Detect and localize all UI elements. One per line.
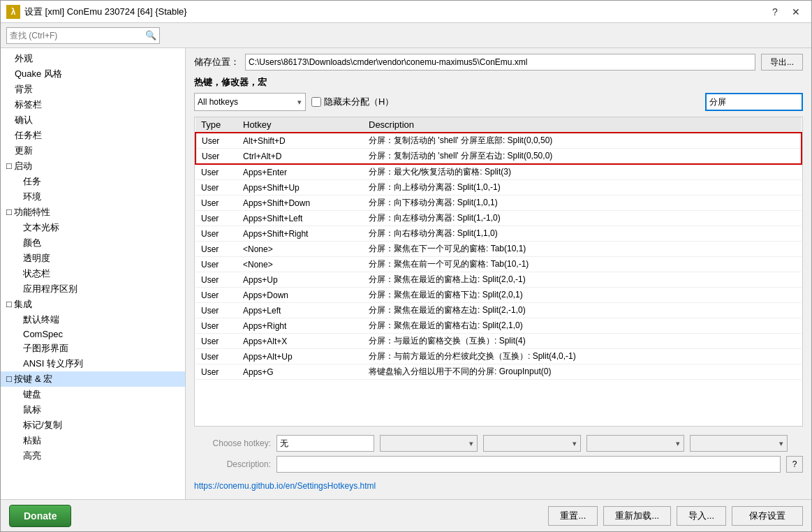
sidebar-item[interactable]: 高亮: [1, 448, 185, 464]
hotkeys-tbody: UserAlt+Shift+D分屏：复制活动的 'shell' 分屏至底部: S…: [195, 133, 802, 380]
storage-row: 储存位置： 导出...: [194, 54, 803, 71]
donate-button[interactable]: Donate: [9, 505, 71, 527]
choose-hotkey-row: Choose hotkey:: [194, 435, 803, 452]
right-panel: 储存位置： 导出... 热键，修改器，宏 All hotkeysUser hot…: [186, 48, 811, 499]
help-link[interactable]: https://conemu.github.io/en/SettingsHotk…: [194, 481, 803, 491]
hotkey-filter-wrapper: All hotkeysUser hotkeysSystem hotkeys: [194, 93, 306, 111]
sidebar-item[interactable]: ANSI 转义序列: [1, 356, 185, 371]
import-button[interactable]: 导入...: [677, 506, 726, 526]
modifier1-select[interactable]: [380, 435, 478, 452]
table-row[interactable]: UserApps+Down分屏：聚焦在最近的窗格下边: Split(2,0,1): [195, 288, 802, 303]
hotkeys-table: Type Hotkey Description UserAlt+Shift+D分…: [195, 117, 802, 380]
modifier1-wrapper: [380, 435, 478, 452]
table-row[interactable]: UserApps+Shift+Down分屏：向下移动分离器: Split(1,0…: [195, 195, 802, 211]
col-hotkey: Hotkey: [237, 117, 363, 133]
table-header-row: Type Hotkey Description: [195, 117, 802, 133]
main-window: λ 设置 [xml] ConEmu 230724 [64] {Stable} ?…: [0, 0, 812, 532]
window-title: 设置 [xml] ConEmu 230724 [64] {Stable}: [24, 6, 765, 18]
sidebar-item[interactable]: 透明度: [1, 251, 185, 266]
modifier4-select[interactable]: [690, 435, 788, 452]
sidebar-item[interactable]: 标签栏: [1, 97, 185, 112]
sidebar-item[interactable]: 状态栏: [1, 266, 185, 281]
sidebar-item[interactable]: □ 启动: [1, 158, 185, 174]
help-button[interactable]: ?: [765, 3, 785, 20]
table-row[interactable]: UserApps+G将键盘输入分组以用于不同的分屏: GroupInput(0): [195, 364, 802, 380]
sidebar-item[interactable]: ComSpec: [1, 327, 185, 341]
sidebar-item[interactable]: 文本光标: [1, 220, 185, 235]
sidebar-item[interactable]: 标记/复制: [1, 418, 185, 433]
table-row[interactable]: UserAlt+Shift+D分屏：复制活动的 'shell' 分屏至底部: S…: [195, 133, 802, 149]
bottom-bar: Donate 重置... 重新加载... 导入... 保存设置: [1, 499, 811, 531]
modifier4-wrapper: [690, 435, 788, 452]
table-row[interactable]: UserApps+Shift+Right分屏：向右移动分离器: Split(1,…: [195, 226, 802, 242]
sidebar-item[interactable]: 环境: [1, 189, 185, 205]
choose-hotkey-input[interactable]: [276, 435, 374, 452]
description-label: Description:: [194, 459, 271, 469]
table-row[interactable]: UserApps+Shift+Left分屏：向左移动分离器: Split(1,-…: [195, 211, 802, 226]
reload-button[interactable]: 重新加载...: [603, 506, 671, 526]
sidebar-item[interactable]: 子图形界面: [1, 341, 185, 356]
table-row[interactable]: UserApps+Left分屏：聚焦在最近的窗格左边: Split(2,-1,0…: [195, 303, 802, 318]
sidebar-item[interactable]: 应用程序区别: [1, 281, 185, 297]
sidebar-item[interactable]: □ 集成: [1, 297, 185, 312]
hotkey-filter-select[interactable]: All hotkeysUser hotkeysSystem hotkeys: [194, 93, 306, 111]
sidebar-list: 外观Quake 风格背景标签栏确认任务栏更新□ 启动任务环境□ 功能特性文本光标…: [1, 48, 185, 466]
sidebar-item[interactable]: 外观: [1, 51, 185, 66]
table-row[interactable]: UserCtrl+Alt+D分屏：复制活动的 'shell' 分屏至右边: Sp…: [195, 149, 802, 165]
reset-button[interactable]: 重置...: [548, 506, 598, 526]
table-row[interactable]: User<None>分屏：聚焦在前一个可见的窗格: Tab(10,-1): [195, 257, 802, 272]
search-box: 🔍: [6, 27, 160, 44]
sidebar-item[interactable]: 鼠标: [1, 402, 185, 418]
toolbar-row: 🔍: [1, 23, 811, 48]
sidebar-item[interactable]: 更新: [1, 143, 185, 158]
modifier3-select[interactable]: [586, 435, 684, 452]
table-row[interactable]: UserApps+Up分屏：聚焦在最近的窗格上边: Split(2,0,-1): [195, 272, 802, 288]
table-row[interactable]: User<None>分屏：聚焦在下一个可见的窗格: Tab(10,1): [195, 242, 802, 257]
sidebar-item[interactable]: 颜色: [1, 235, 185, 251]
modifier2-select[interactable]: [483, 435, 581, 452]
search-filter-input[interactable]: [705, 93, 803, 111]
search-icon-button[interactable]: 🔍: [145, 30, 156, 40]
sidebar-item[interactable]: 背景: [1, 82, 185, 97]
sidebar-item[interactable]: 任务栏: [1, 128, 185, 143]
save-button[interactable]: 保存设置: [732, 506, 803, 526]
storage-path-input[interactable]: [245, 54, 755, 71]
description-row: Description: ?: [194, 456, 803, 473]
hotkeys-table-container: Type Hotkey Description UserAlt+Shift+D分…: [194, 117, 803, 427]
choose-hotkey-label: Choose hotkey:: [194, 438, 271, 448]
table-row[interactable]: UserApps+Enter分屏：最大化/恢复活动的窗格: Split(3): [195, 164, 802, 180]
table-row[interactable]: UserApps+Right分屏：聚焦在最近的窗格右边: Split(2,1,0…: [195, 318, 802, 334]
sidebar-item[interactable]: 键盘: [1, 387, 185, 402]
storage-label: 储存位置：: [194, 56, 239, 68]
sidebar: 外观Quake 风格背景标签栏确认任务栏更新□ 启动任务环境□ 功能特性文本光标…: [1, 48, 186, 499]
table-row[interactable]: UserApps+Shift+Up分屏：向上移动分离器: Split(1,0,-…: [195, 180, 802, 195]
close-button[interactable]: ✕: [786, 3, 806, 20]
main-area: 外观Quake 风格背景标签栏确认任务栏更新□ 启动任务环境□ 功能特性文本光标…: [1, 48, 811, 499]
table-row[interactable]: UserApps+Alt+X分屏：与最近的窗格交换（互换）: Split(4): [195, 334, 802, 349]
col-type: Type: [195, 117, 237, 133]
section-title: 热键，修改器，宏: [194, 76, 803, 89]
hide-unassigned-label: 隐藏未分配（H）: [311, 96, 394, 108]
sidebar-item[interactable]: □ 功能特性: [1, 205, 185, 220]
table-row[interactable]: UserApps+Alt+Up分屏：与前方最近的分栏彼此交换（互换）: Spli…: [195, 349, 802, 364]
description-input[interactable]: [276, 456, 781, 473]
sidebar-item[interactable]: 粘贴: [1, 433, 185, 448]
sidebar-item[interactable]: 任务: [1, 174, 185, 189]
filter-row: All hotkeysUser hotkeysSystem hotkeys 隐藏…: [194, 93, 803, 111]
window-controls: ? ✕: [765, 3, 806, 20]
description-help-button[interactable]: ?: [786, 456, 803, 473]
app-icon: λ: [6, 5, 20, 19]
modifier3-wrapper: [586, 435, 684, 452]
sidebar-item[interactable]: 默认终端: [1, 312, 185, 327]
export-button[interactable]: 导出...: [761, 54, 803, 71]
search-input[interactable]: [10, 31, 145, 40]
hide-unassigned-text: 隐藏未分配（H）: [324, 96, 394, 108]
bottom-form: Choose hotkey:: [194, 432, 803, 475]
hide-unassigned-checkbox[interactable]: [311, 97, 321, 107]
titlebar: λ 设置 [xml] ConEmu 230724 [64] {Stable} ?…: [1, 1, 811, 23]
sidebar-item[interactable]: Quake 风格: [1, 66, 185, 82]
modifier2-wrapper: [483, 435, 581, 452]
sidebar-item[interactable]: □ 按键 & 宏: [1, 371, 185, 387]
sidebar-item[interactable]: 确认: [1, 112, 185, 128]
col-description: Description: [363, 117, 802, 133]
